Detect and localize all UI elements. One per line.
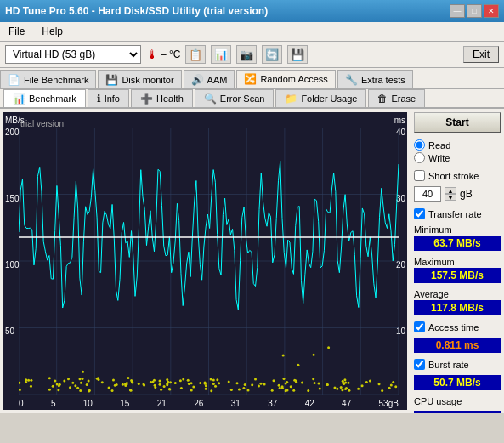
bottom-tabs: 📊 Benchmark ℹ Info ➕ Health 🔍 Error Scan… — [0, 89, 504, 109]
erase-icon: 🗑 — [377, 93, 388, 105]
temperature-value: – °C — [161, 48, 180, 60]
tab-extra-tests[interactable]: 🔧 Extra tests — [337, 70, 413, 88]
thermometer-icon: 🌡 — [146, 48, 158, 61]
maximum-label: Maximum — [414, 257, 501, 267]
benchmark-chart — [19, 128, 399, 395]
transfer-rate-checkbox[interactable] — [414, 208, 425, 219]
random-access-icon: 🔀 — [244, 73, 257, 85]
tab-aam[interactable]: 🔊 AAM — [184, 70, 235, 88]
info-icon: ℹ — [97, 93, 101, 105]
toolbar-btn-2[interactable]: 📊 — [211, 45, 231, 64]
maximum-stat: Maximum 157.5 MB/s — [414, 257, 501, 283]
toolbar-btn-1[interactable]: 📋 — [185, 45, 206, 64]
tab-health[interactable]: ➕ Health — [131, 89, 193, 107]
toolbar-btn-3[interactable]: 📷 — [236, 45, 257, 64]
read-radio-label[interactable]: Read — [414, 139, 501, 151]
short-stroke-checkbox[interactable] — [414, 170, 425, 181]
close-button[interactable]: ✕ — [484, 4, 499, 18]
x-labels: 0 5 10 15 21 26 31 37 42 47 53gB — [19, 399, 399, 408]
extra-tests-icon: 🔧 — [345, 74, 358, 86]
short-stroke-input-row: ▲ ▼ gB — [414, 186, 501, 202]
toolbar: Virtual HD (53 gB) 🌡 – °C 📋 📊 📷 🔄 💾 Exit — [0, 42, 504, 68]
access-time-checkbox[interactable] — [414, 321, 425, 332]
tab-random-access[interactable]: 🔀 Random Access — [236, 70, 335, 88]
burst-rate-checkbox[interactable] — [414, 359, 425, 370]
drive-selector[interactable]: Virtual HD (53 gB) — [5, 45, 141, 64]
minimum-value: 63.7 MB/s — [414, 236, 501, 251]
maximum-value: 157.5 MB/s — [414, 268, 501, 283]
tab-error-scan[interactable]: 🔍 Error Scan — [195, 89, 275, 107]
disk-monitor-icon: 💾 — [105, 74, 118, 86]
start-button[interactable]: Start — [414, 112, 501, 133]
tab-folder-usage[interactable]: 📁 Folder Usage — [275, 89, 366, 107]
maximize-button[interactable]: □ — [467, 4, 482, 18]
minimum-stat: Minimum 63.7 MB/s — [414, 224, 501, 251]
burst-rate-checkbox-row: Burst rate — [414, 359, 501, 370]
main-content: MB/s ms trial version 200 150 100 50 40 … — [0, 109, 504, 413]
y-ticks-left: 200 150 100 50 — [5, 112, 20, 393]
average-value: 117.8 MB/s — [414, 300, 501, 315]
tab-info[interactable]: ℹ Info — [88, 89, 129, 107]
short-stroke-down[interactable]: ▼ — [445, 194, 456, 201]
minimize-button[interactable]: — — [450, 4, 465, 18]
health-icon: ➕ — [140, 93, 153, 105]
chart-area: MB/s ms trial version 200 150 100 50 40 … — [3, 112, 407, 410]
cpu-usage-value: 6.4% — [414, 411, 501, 413]
app-title: HD Tune Pro 5.60 - Hard Disk/SSD Utility… — [5, 5, 268, 17]
folder-usage-icon: 📁 — [285, 93, 297, 105]
tab-file-benchmark[interactable]: 📄 File Benchmark — [0, 70, 96, 88]
menu-bar: File Help — [0, 22, 504, 42]
title-bar: HD Tune Pro 5.60 - Hard Disk/SSD Utility… — [0, 0, 504, 22]
write-radio[interactable] — [414, 152, 425, 163]
top-tabs: 📄 File Benchmark 💾 Disk monitor 🔊 AAM 🔀 … — [0, 68, 504, 89]
transfer-rate-checkbox-row: Transfer rate — [414, 208, 501, 219]
short-stroke-up[interactable]: ▲ — [445, 187, 456, 194]
tab-benchmark[interactable]: 📊 Benchmark — [3, 89, 86, 107]
temperature-display: 🌡 – °C — [146, 48, 180, 61]
average-label: Average — [414, 289, 501, 299]
toolbar-btn-4[interactable]: 🔄 — [262, 45, 282, 64]
read-radio[interactable] — [414, 139, 425, 151]
tab-erase[interactable]: 🗑 Erase — [368, 89, 425, 107]
access-time-checkbox-row: Access time — [414, 321, 501, 332]
average-stat: Average 117.8 MB/s — [414, 289, 501, 315]
file-menu[interactable]: File — [5, 24, 28, 39]
tab-disk-monitor[interactable]: 💾 Disk monitor — [98, 70, 181, 88]
access-time-value: 0.811 ms — [414, 338, 501, 353]
cpu-usage-label: CPU usage — [414, 396, 501, 406]
short-stroke-checkbox-row: Short stroke — [414, 170, 501, 181]
read-write-radio-group: Read Write — [414, 139, 501, 163]
exit-button[interactable]: Exit — [463, 46, 499, 63]
burst-rate-value: 50.7 MB/s — [414, 375, 501, 390]
minimum-label: Minimum — [414, 224, 501, 235]
burst-rate-stat: 50.7 MB/s — [414, 375, 501, 390]
access-time-stat: 0.811 ms — [414, 338, 501, 353]
side-panel: Start Read Write Short stroke ▲ ▼ gB — [411, 109, 504, 413]
write-radio-label[interactable]: Write — [414, 152, 501, 163]
window-controls: — □ ✕ — [450, 4, 499, 18]
toolbar-btn-5[interactable]: 💾 — [287, 45, 308, 64]
aam-icon: 🔊 — [191, 74, 204, 86]
file-benchmark-icon: 📄 — [8, 74, 20, 86]
short-stroke-spinners: ▲ ▼ — [445, 187, 456, 201]
short-stroke-value[interactable] — [414, 186, 441, 202]
help-menu[interactable]: Help — [38, 24, 66, 39]
benchmark-icon: 📊 — [13, 93, 25, 105]
error-scan-icon: 🔍 — [204, 93, 217, 105]
